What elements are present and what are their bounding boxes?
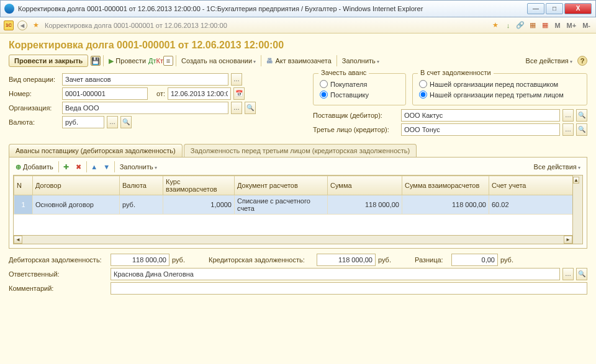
org-open-button[interactable]: 🔍 [245,102,256,114]
ie-icon [4,4,14,14]
tab-all-actions-dropdown[interactable]: Все действия [531,162,583,172]
advance-fieldset: Зачесть аванс Покупателя Поставщику [313,73,406,105]
col-contract[interactable]: Договор [33,176,120,195]
fav-icon[interactable]: ★ [490,20,500,30]
footer-form: Дебиторская задолженность: руб. Кредитор… [9,254,587,295]
from-label: от: [150,90,165,97]
calc-icon[interactable]: ▦ [528,20,538,30]
org-input[interactable] [62,102,228,114]
org-select-button[interactable]: … [231,102,242,114]
mminus-button[interactable]: M- [580,22,592,29]
col-acc[interactable]: Счет учета [489,176,582,195]
post-button[interactable]: ▶ Провести [106,56,148,66]
minimize-button[interactable]: — [527,3,544,14]
calendar-icon[interactable]: ▦ [540,20,550,30]
maximize-button[interactable]: □ [546,3,563,14]
mplus-button[interactable]: M+ [565,22,579,29]
third-open-button[interactable]: 🔍 [576,123,587,136]
tab-pane: ⊕ Добавить ✚ ✖ ▲ ▼ Заполнить Все действи… [9,157,587,249]
favorite-star-icon[interactable]: ★ [31,20,41,30]
debt-fieldset: В счет задолженности Нашей организации п… [412,73,587,105]
currency-label: Валюта: [9,118,60,126]
delete-row-icon[interactable]: ✖ [74,162,84,172]
grid-vscrollbar[interactable]: ▲ [572,175,582,244]
resp-label: Ответственный: [9,270,108,278]
date-input[interactable] [168,87,231,100]
close-button[interactable]: X [564,3,592,14]
third-label: Третье лицо (кредитор): [313,126,399,133]
resp-input[interactable] [111,268,560,280]
currency-select-button[interactable]: … [107,116,118,128]
col-n[interactable]: N [14,176,33,195]
add-row-button[interactable]: ⊕ Добавить [13,162,56,172]
comment-input[interactable] [111,282,587,295]
advances-grid[interactable]: N Договор Валюта Курс взаиморасчетов Док… [13,175,583,244]
debt-supplier-radio[interactable]: Нашей организации перед поставщиком [419,80,580,88]
link-icon[interactable]: 🔗 [515,20,525,30]
date-picker-button[interactable]: 📅 [233,87,245,100]
currency-input[interactable] [62,116,104,128]
col-currency[interactable]: Валюта [120,176,163,195]
col-sum[interactable]: Сумма [328,176,402,195]
org-label: Организация: [9,104,60,112]
resp-open-button[interactable]: 🔍 [576,268,587,280]
main-toolbar: Провести и закрыть 💾 ▶ Провести ДтКт ≡ С… [9,55,587,67]
debt-third-radio[interactable]: Нашей организации перед третьим лицом [419,91,580,99]
currency-open-button[interactable]: 🔍 [120,116,132,128]
op-type-input[interactable] [62,73,228,86]
move-down-icon[interactable]: ▼ [102,162,112,172]
tab-advances[interactable]: Авансы поставщику (дебиторская задолженн… [9,144,183,157]
resp-select-button[interactable]: … [562,268,574,280]
diff-label: Разница: [415,256,449,264]
page-title: Корректировка долга 0001-000001 от 12.06… [9,40,587,51]
cred-label: Кредиторская задолженность: [209,256,314,264]
tab-fill-dropdown[interactable]: Заполнить [117,162,160,172]
deb-input[interactable] [111,254,169,266]
advance-supplier-radio[interactable]: Поставщику [320,91,399,99]
number-input[interactable] [62,87,148,100]
tab-debt-third[interactable]: Задолженность перед третьим лицом (креди… [184,144,417,157]
diff-input[interactable] [451,254,498,266]
post-close-button[interactable]: Провести и закрыть [9,55,88,67]
content-area: Корректировка долга 0001-000001 от 12.06… [0,33,596,364]
window-title: Корректировка долга 0001-000001 от 12.06… [18,5,523,12]
history-icon[interactable]: ↓ [503,20,513,30]
dtkt-icon[interactable]: ДтКт [151,56,161,66]
supplier-input[interactable] [401,109,560,122]
create-based-dropdown[interactable]: Создать на основании [179,56,258,66]
app-toolbar: 1C ◄ ★ Корректировка долга 0001-000001 о… [0,17,596,33]
help-icon[interactable]: ? [577,56,587,66]
breadcrumb: Корректировка долга 0001-000001 от 12.06… [45,22,487,29]
act-button[interactable]: 🖶 Акт взаимозачета [264,56,333,66]
grid-hscrollbar[interactable]: ◄► [14,235,572,244]
all-actions-dropdown[interactable]: Все действия [523,56,575,66]
advance-legend: Зачесть аванс [318,69,369,76]
save-icon[interactable]: 💾 [91,56,101,66]
supplier-select-button[interactable]: … [562,109,574,122]
document-icon[interactable]: ≡ [163,56,173,66]
table-row[interactable]: 1 Основной договор руб. 1,0000 Списание … [14,195,582,215]
advance-buyer-radio[interactable]: Покупателя [320,80,399,88]
cred-input[interactable] [317,254,376,266]
deb-label: Дебиторская задолженность: [9,256,108,264]
m-button[interactable]: M [553,22,562,29]
col-sum2[interactable]: Сумма взаиморасчетов [402,176,489,195]
supplier-open-button[interactable]: 🔍 [576,109,587,122]
col-doc[interactable]: Документ расчетов [235,176,328,195]
move-up-icon[interactable]: ▲ [89,162,99,172]
supplier-label: Поставщик (дебитор): [313,112,399,119]
number-label: Номер: [9,90,60,97]
third-select-button[interactable]: … [562,123,574,136]
comment-label: Комментарий: [9,285,108,292]
col-rate[interactable]: Курс взаиморасчетов [163,176,235,195]
op-type-select-button[interactable]: … [231,73,242,86]
window-titlebar: Корректировка долга 0001-000001 от 12.06… [0,0,596,17]
fill-dropdown[interactable]: Заполнить [340,56,382,66]
op-type-label: Вид операции: [9,76,60,83]
copy-row-icon[interactable]: ✚ [61,162,71,172]
debt-legend: В счет задолженности [418,69,494,76]
app-logo-icon: 1C [4,20,14,30]
nav-back-icon[interactable]: ◄ [17,20,27,30]
third-input[interactable] [401,123,560,136]
